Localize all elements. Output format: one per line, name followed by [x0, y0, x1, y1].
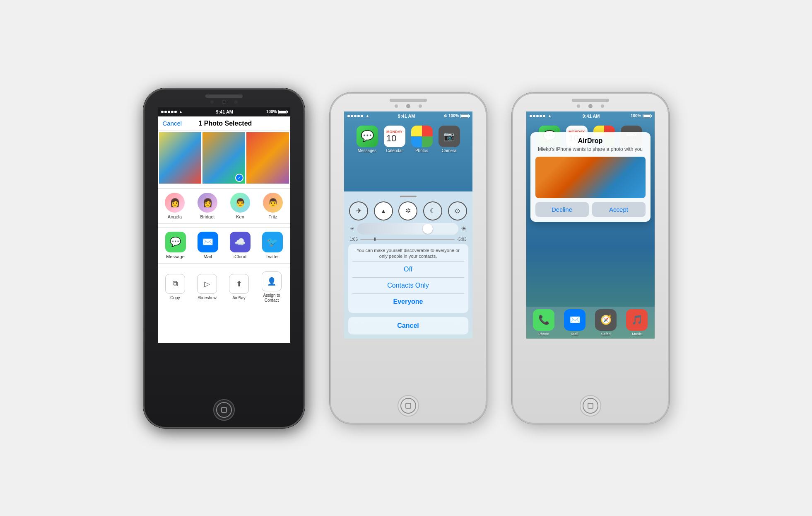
- status-right-light1: ✲ 100%: [443, 114, 469, 118]
- decline-button[interactable]: Decline: [535, 202, 589, 217]
- hs-messages-label: Messages: [358, 148, 377, 153]
- time-light1: 9:41 AM: [398, 114, 415, 119]
- contact-avatar-fritz: 👨: [263, 193, 283, 213]
- signal-dot: [530, 115, 532, 117]
- copy-icon: ⧉: [165, 274, 185, 294]
- signal-dot: [174, 111, 177, 113]
- shared-photo-preview: [535, 157, 646, 198]
- airdrop-card-title: AirDrop: [535, 137, 646, 145]
- photo-thumb-1[interactable]: [159, 132, 202, 184]
- contact-avatar-angela: 👩: [165, 193, 185, 213]
- home-button-light1[interactable]: [398, 395, 419, 417]
- signal-dots-light1: [347, 115, 363, 117]
- hs-photos[interactable]: Photos: [410, 126, 434, 153]
- signal-dot: [357, 115, 360, 117]
- cc-controls-row: ✈ ▲ ✲ ☾ ⊙: [348, 201, 468, 220]
- share-nav: Cancel 1 Photo Selected: [158, 116, 290, 131]
- action-label-assign: Assign to Contact: [261, 293, 282, 303]
- sensor-dot2-dark: [234, 100, 238, 104]
- home-button-light2[interactable]: [580, 395, 601, 417]
- app-twitter[interactable]: 🐦 Twitter: [262, 232, 283, 259]
- rotation-lock-button[interactable]: ⊙: [448, 201, 467, 220]
- action-label-airplay: AirPlay: [232, 296, 246, 300]
- action-copy[interactable]: ⧉ Copy: [165, 274, 185, 300]
- message-icon: 💬: [165, 232, 186, 252]
- mail-icon: ✉️: [198, 232, 218, 252]
- hs-calendar-label: Calendar: [386, 148, 403, 153]
- hs-camera[interactable]: 📷 Camera: [437, 126, 461, 153]
- time-light2: 9:41 AM: [583, 114, 600, 119]
- sensor-dot-dark: [210, 100, 214, 104]
- front-cam-row-light2: [577, 104, 604, 108]
- airdrop-card-photo: [535, 157, 646, 198]
- hs-calendar[interactable]: Monday 10 Calendar: [383, 126, 407, 153]
- apps-row: 💬 Message ✉️ Mail ☁️ iCloud 🐦 Twitter: [158, 227, 290, 264]
- calendar-day: 10: [386, 134, 402, 143]
- dock-mail[interactable]: ✉️ Mail: [563, 309, 587, 336]
- phone-top-dark: [145, 90, 304, 104]
- dock-mail-icon: ✉️: [564, 309, 586, 331]
- home-button-dark[interactable]: [213, 399, 235, 421]
- brightness-low-icon: ☀: [350, 226, 354, 232]
- accept-button[interactable]: Accept: [592, 202, 646, 217]
- contact-avatar-bridget: 👩: [198, 193, 217, 213]
- airdrop-card-buttons: Decline Accept: [535, 202, 646, 217]
- brightness-slider[interactable]: [357, 223, 458, 235]
- wifi-icon-light1: ▲: [366, 114, 370, 118]
- airplane-mode-button[interactable]: ✈: [349, 201, 368, 220]
- speaker-light1: [390, 99, 427, 102]
- signal-dots-light2: [530, 115, 545, 117]
- dock-safari[interactable]: 🧭 Safari: [594, 309, 618, 336]
- wifi-toggle-button[interactable]: ▲: [374, 201, 393, 220]
- contact-name-ken: Ken: [236, 214, 244, 219]
- assign-contact-icon: 👤: [262, 271, 282, 291]
- airdrop-everyone-option[interactable]: Everyone: [352, 293, 464, 310]
- photo-thumb-2[interactable]: ✓: [202, 132, 245, 184]
- cancel-button[interactable]: Cancel: [163, 120, 182, 127]
- hs-photos-label: Photos: [415, 148, 428, 153]
- battery-fill-dark: [279, 111, 286, 113]
- front-camera-dark: [222, 100, 226, 104]
- dock-phone-label: Phone: [538, 332, 549, 336]
- photo-thumb-3[interactable]: [246, 132, 289, 184]
- action-assign-contact[interactable]: 👤 Assign to Contact: [261, 271, 282, 303]
- front-cam-row-light1: [395, 104, 422, 108]
- contact-ken[interactable]: 👨 Ken: [230, 193, 250, 219]
- battery-pct-light2: 100%: [631, 114, 641, 118]
- hs-messages[interactable]: 💬 Messages: [355, 126, 379, 153]
- actions-row: ⧉ Copy ▷ Slideshow ⬆ AirPlay 👤 Assign to…: [158, 267, 290, 307]
- dock-phone[interactable]: 📞 Phone: [532, 309, 556, 336]
- status-left-light2: ▲: [530, 114, 552, 118]
- photo-selected-check: ✓: [235, 174, 243, 182]
- hs-camera-label: Camera: [442, 148, 457, 153]
- screen-dark: ▲ 9:41 AM 100% Cancel 1 Photo Selected ✓: [158, 107, 290, 343]
- airdrop-contacts-only-option[interactable]: Contacts Only: [352, 277, 464, 293]
- battery-pct-dark: 100%: [266, 109, 277, 114]
- app-message[interactable]: 💬 Message: [165, 232, 186, 259]
- action-slideshow[interactable]: ▷ Slideshow: [197, 274, 217, 300]
- photos-grid: ✓: [158, 131, 290, 185]
- app-mail[interactable]: ✉️ Mail: [198, 232, 218, 259]
- signal-dot: [543, 115, 545, 117]
- contact-bridget[interactable]: 👩 Bridget: [198, 193, 217, 219]
- music-elapsed: 1:06: [350, 237, 358, 242]
- contact-angela[interactable]: 👩 Angela: [165, 193, 185, 219]
- airdrop-notification-card: AirDrop Mieko's iPhone wants to share a …: [530, 132, 651, 222]
- front-cam-row-dark: [210, 100, 238, 104]
- action-airplay[interactable]: ⬆ AirPlay: [229, 274, 249, 300]
- action-label-slideshow: Slideshow: [198, 296, 217, 300]
- airdrop-off-option[interactable]: Off: [352, 261, 464, 277]
- bluetooth-toggle-button[interactable]: ✲: [398, 201, 417, 220]
- home-inner-light1: [400, 398, 416, 414]
- brightness-thumb: [423, 224, 433, 234]
- do-not-disturb-button[interactable]: ☾: [423, 201, 442, 220]
- airdrop-cancel-button[interactable]: Cancel: [348, 317, 468, 334]
- signal-dot: [347, 115, 350, 117]
- dock-music[interactable]: 🎵 Music: [625, 309, 649, 336]
- dock-music-icon: 🎵: [626, 309, 648, 331]
- phone-light-airdrop: ▲ 9:41 AM ✲ 100% 💬 Messages Monday: [330, 92, 487, 424]
- music-playhead: [374, 237, 376, 241]
- app-icloud[interactable]: ☁️ iCloud: [230, 232, 251, 259]
- contact-fritz[interactable]: 👨 Fritz: [263, 193, 283, 219]
- sensor-dot-light2: [577, 104, 580, 108]
